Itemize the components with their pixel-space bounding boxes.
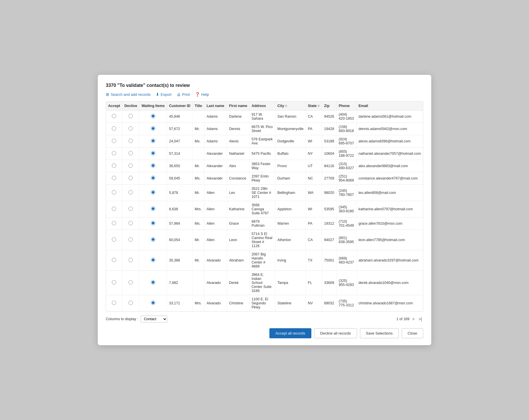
data-table-wrap: Accept Decline Waiting Items Customer ID… <box>106 101 423 312</box>
col-header-city: City ▽ <box>275 102 306 110</box>
accept-radio-6[interactable] <box>112 190 116 194</box>
accept-radio-8[interactable] <box>112 221 116 225</box>
decline-all-button[interactable]: Decline all records <box>314 328 357 338</box>
decline-radio-3[interactable] <box>129 151 133 155</box>
state-filter-icon[interactable]: ▽ <box>317 104 320 108</box>
table-row: 24,047Ms.AdamsAlexis576 Eastpark Ave.Dod… <box>106 135 423 148</box>
table-row: 59,045Ms.AlexanderConstance2397 Entin Pk… <box>106 172 423 185</box>
print-icon: 🖨 <box>177 92 181 97</box>
accept-radio-2[interactable] <box>112 139 116 143</box>
city-filter-icon[interactable]: ▽ <box>285 104 287 108</box>
decline-radio-1[interactable] <box>129 126 133 131</box>
decline-radio-2[interactable] <box>129 139 133 143</box>
accept-radio-10[interactable] <box>112 258 116 262</box>
waiting-radio-12[interactable] <box>151 301 155 305</box>
waiting-radio-6[interactable] <box>151 190 155 194</box>
waiting-radio-3[interactable] <box>151 151 155 155</box>
close-button[interactable]: Close <box>402 328 423 338</box>
action-buttons-bar: Accept all records Decline all records S… <box>106 328 423 338</box>
waiting-radio-4[interactable] <box>151 163 155 168</box>
col-header-email: Email <box>356 102 423 110</box>
modal-title: 3370 "To validate" contact(s) to review <box>106 83 423 88</box>
waiting-radio-11[interactable] <box>151 280 155 285</box>
table-row: 8,638Mrs.AllenKatharine3566 Canoga Suite… <box>106 201 423 217</box>
save-selections-button[interactable]: Save Selections <box>360 328 399 338</box>
waiting-radio-5[interactable] <box>151 176 155 180</box>
table-row: 45,846AdamsDarlene917 W. SaharaSan Ramon… <box>106 110 423 123</box>
table-row: 57,672Mr.AdamsDennis6675 W. Pico StreetM… <box>106 123 423 135</box>
waiting-radio-2[interactable] <box>151 139 155 143</box>
columns-display-select[interactable]: Contact <box>141 316 167 322</box>
waiting-radio-1[interactable] <box>151 126 155 131</box>
waiting-radio-7[interactable] <box>151 207 155 211</box>
accept-radio-4[interactable] <box>112 163 116 168</box>
toolbar: ⊞ Search and add records ⬇ Export 🖨 Prin… <box>106 92 423 97</box>
table-row: 57,984Ms.AllenGrace6879 PullmanWarrenPA1… <box>106 217 423 230</box>
col-header-waiting: Waiting Items <box>139 102 167 110</box>
accept-radio-9[interactable] <box>112 237 116 242</box>
col-header-lastname: Last name <box>204 102 227 110</box>
col-header-state: State ▽ <box>306 102 322 110</box>
accept-radio-0[interactable] <box>112 114 116 118</box>
decline-radio-8[interactable] <box>129 221 133 225</box>
pagination-section: 1 of 169 > >| <box>396 316 423 322</box>
waiting-radio-10[interactable] <box>151 258 155 262</box>
waiting-radio-9[interactable] <box>151 237 155 242</box>
help-icon: ❓ <box>195 92 200 97</box>
table-footer: Columns to display : Contact 1 of 169 > … <box>106 316 423 322</box>
accept-radio-11[interactable] <box>112 280 116 285</box>
modal-container: 3370 "To validate" contact(s) to review … <box>98 75 431 345</box>
accept-radio-3[interactable] <box>112 151 116 155</box>
print-button[interactable]: 🖨 Print <box>177 92 190 97</box>
col-header-customer-id: Customer ID <box>167 102 192 110</box>
col-header-title: Title <box>193 102 204 110</box>
table-row: 57,314AlexanderNathaniel5475 PacificBuff… <box>106 148 423 160</box>
export-button[interactable]: ⬇ Export <box>156 92 172 97</box>
accept-radio-5[interactable] <box>112 176 116 180</box>
col-header-address: Address <box>249 102 275 110</box>
table-row: 33,171Mrs.AlvaradoChristine1100 E. El Se… <box>106 295 423 312</box>
accept-radio-7[interactable] <box>112 207 116 211</box>
table-row: 35,388Mr.AlvaradoAbraham2067 Big Hanafo … <box>106 250 423 271</box>
waiting-radio-8[interactable] <box>151 221 155 225</box>
help-button[interactable]: ❓ Help <box>195 92 209 97</box>
decline-radio-12[interactable] <box>129 301 133 305</box>
pagination-next-button[interactable]: > <box>411 316 416 322</box>
col-header-zip: Zip <box>322 102 337 110</box>
accept-all-button[interactable]: Accept all records <box>269 328 311 338</box>
decline-radio-11[interactable] <box>129 280 133 285</box>
decline-radio-10[interactable] <box>129 258 133 262</box>
pagination-info: 1 of 169 <box>396 317 409 321</box>
waiting-radio-0[interactable] <box>151 114 155 118</box>
columns-display-section: Columns to display : Contact <box>106 316 167 322</box>
decline-radio-4[interactable] <box>129 163 133 168</box>
contacts-table: Accept Decline Waiting Items Customer ID… <box>106 102 423 311</box>
search-icon: ⊞ <box>106 92 109 97</box>
accept-radio-12[interactable] <box>112 301 116 305</box>
col-header-decline: Decline <box>122 102 139 110</box>
search-add-records-button[interactable]: ⊞ Search and add records <box>106 92 151 97</box>
decline-radio-6[interactable] <box>129 190 133 194</box>
table-row: 7,682AlvaradoDerek3964 E. Indian School … <box>106 271 423 295</box>
accept-radio-1[interactable] <box>112 126 116 131</box>
col-header-firstname: First name <box>227 102 249 110</box>
table-row: 5,878Mr.AllenLeo3522 29th SE Center # 10… <box>106 185 423 201</box>
col-header-accept: Accept <box>106 102 122 110</box>
table-row: 60,054Mr.AllenLeon5714 S El Camino Real … <box>106 230 423 250</box>
decline-radio-9[interactable] <box>129 237 133 242</box>
columns-display-label: Columns to display : <box>106 317 138 321</box>
table-row: 36,650Mr.AlexanderAlex3953 Fesler WayPro… <box>106 160 423 172</box>
pagination-last-button[interactable]: >| <box>417 316 423 322</box>
export-icon: ⬇ <box>156 92 159 97</box>
decline-radio-5[interactable] <box>129 176 133 180</box>
decline-radio-0[interactable] <box>129 114 133 118</box>
decline-radio-7[interactable] <box>129 207 133 211</box>
col-header-phone: Phone <box>337 102 356 110</box>
